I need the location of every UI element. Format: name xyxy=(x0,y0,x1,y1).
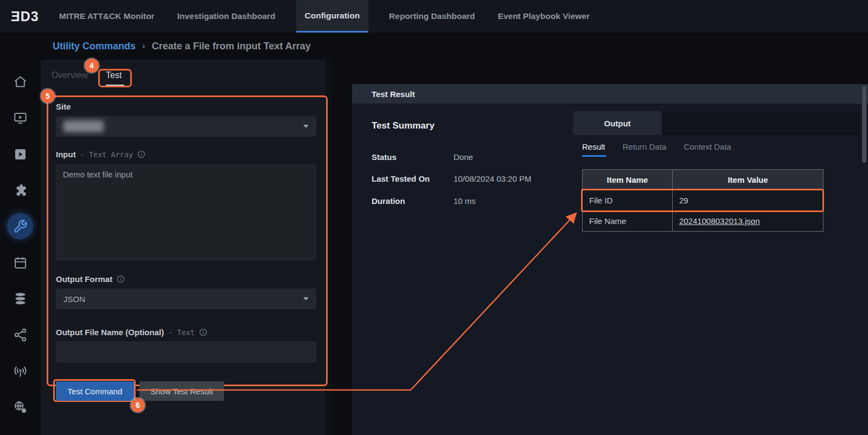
result-table: Item Name Item Value File ID 29 File Nam… xyxy=(582,169,824,232)
globe-user-icon xyxy=(13,400,28,414)
show-test-result-button[interactable]: Show Test Result xyxy=(139,381,224,401)
breadcrumb: Utility Commands › Create a File from in… xyxy=(41,33,311,60)
d3-logo[interactable]: ƎD3 xyxy=(0,0,57,33)
input-label: Input - Text Array xyxy=(56,150,145,159)
annotation-step-5-badge: 5 xyxy=(41,89,55,103)
duration-value: 10 ms xyxy=(454,196,476,206)
table-header-row: Item Name Item Value xyxy=(583,170,824,190)
annotation-step-4-badge: 4 xyxy=(85,59,99,73)
page-title: Create a File from input Text Array xyxy=(152,41,311,52)
sidebar-item-data[interactable] xyxy=(13,291,28,306)
table-row-file-id: File ID 29 xyxy=(583,190,824,211)
home-icon xyxy=(13,74,28,89)
top-nav: ƎD3 MITRE ATT&CK Monitor Investigation D… xyxy=(0,0,868,33)
last-tested-label: Last Tested On xyxy=(372,174,430,183)
col-item-value: Item Value xyxy=(673,170,824,190)
status-value: Done xyxy=(454,152,473,162)
sidebar-item-home[interactable] xyxy=(13,74,28,89)
file-name-name-cell: File Name xyxy=(583,211,673,232)
tab-output[interactable]: Output xyxy=(573,111,662,135)
sidebar-item-utility-commands[interactable] xyxy=(13,219,28,234)
output-format-dropdown[interactable]: JSON xyxy=(56,289,316,309)
chevron-down-icon xyxy=(303,297,309,300)
video-library-icon xyxy=(13,147,28,162)
share-nodes-icon xyxy=(13,328,28,342)
test-command-button[interactable]: Test Command xyxy=(56,381,134,401)
info-icon[interactable] xyxy=(117,275,125,283)
info-icon[interactable] xyxy=(137,150,145,158)
subtab-context-data[interactable]: Context Data xyxy=(684,142,731,151)
site-value-redacted xyxy=(63,120,104,132)
nav-investigation-dashboard[interactable]: Investigation Dashboard xyxy=(175,0,278,33)
breadcrumb-utility-commands[interactable]: Utility Commands xyxy=(53,41,136,52)
app-root: ƎD3 MITRE ATT&CK Monitor Investigation D… xyxy=(0,0,868,435)
output-file-name-label: Output File Name (Optional) - Text xyxy=(56,328,207,337)
annotation-step-6-badge: 6 xyxy=(131,398,145,412)
chevron-down-icon xyxy=(303,125,309,128)
sidebar-item-video-library[interactable] xyxy=(13,147,28,162)
sidebar-item-geo[interactable] xyxy=(13,400,28,414)
wrench-tools-icon xyxy=(13,219,28,234)
monitor-play-icon xyxy=(13,111,28,125)
left-panel-scrollbar[interactable] xyxy=(326,60,331,435)
output-format-value: JSON xyxy=(63,295,85,304)
result-subtabs: Result Return Data Context Data xyxy=(582,142,731,151)
icon-sidebar xyxy=(0,33,41,435)
duration-label: Duration xyxy=(372,196,405,206)
nav-event-playbook-viewer[interactable]: Event Playbook Viewer xyxy=(496,0,592,33)
tab-test[interactable]: Test xyxy=(106,71,122,80)
file-name-type-hint: - Text xyxy=(168,328,195,337)
subtab-result-active-indicator xyxy=(582,155,606,157)
test-result-panel xyxy=(352,84,868,435)
test-result-header: Test Result xyxy=(352,84,868,104)
sidebar-item-connections[interactable] xyxy=(13,328,28,342)
table-row-file-name: File Name 20241008032013.json xyxy=(583,211,824,232)
file-id-value-cell: 29 xyxy=(673,190,824,211)
file-id-name-cell: File ID xyxy=(583,190,673,211)
nav-mitre-attack-monitor[interactable]: MITRE ATT&CK Monitor xyxy=(57,0,157,33)
site-dropdown[interactable] xyxy=(56,116,316,137)
input-textarea[interactable]: Demo text file input xyxy=(56,164,316,260)
sidebar-item-schedule[interactable] xyxy=(13,255,28,270)
tab-test-active-indicator xyxy=(106,85,124,86)
subtab-return-data[interactable]: Return Data xyxy=(623,142,667,151)
last-tested-value: 10/08/2024 03:20 PM xyxy=(454,174,531,183)
breadcrumb-separator: › xyxy=(142,41,145,52)
database-stack-icon xyxy=(13,291,28,306)
col-item-name: Item Name xyxy=(583,170,673,190)
right-panel-scrollbar[interactable] xyxy=(862,86,866,163)
broadcast-icon xyxy=(13,364,28,379)
file-name-link[interactable]: 20241008032013.json xyxy=(679,216,760,226)
top-nav-items: MITRE ATT&CK Monitor Investigation Dashb… xyxy=(57,0,592,33)
test-summary-title: Test Summary xyxy=(372,120,435,131)
puzzle-icon xyxy=(13,183,28,197)
sidebar-item-monitor[interactable] xyxy=(13,111,28,125)
sidebar-item-integrations[interactable] xyxy=(13,183,28,197)
nav-reporting-dashboard[interactable]: Reporting Dashboard xyxy=(387,0,477,33)
info-icon[interactable] xyxy=(199,328,207,336)
site-label: Site xyxy=(56,102,71,111)
input-type-hint: - Text Array xyxy=(80,150,133,159)
output-file-name-input[interactable] xyxy=(56,342,316,362)
subtab-result[interactable]: Result xyxy=(582,142,605,151)
sidebar-item-broadcast[interactable] xyxy=(13,364,28,379)
tab-overview[interactable]: Overview xyxy=(52,71,88,80)
status-label: Status xyxy=(372,152,397,162)
nav-configuration[interactable]: Configuration xyxy=(296,0,369,33)
calendar-icon xyxy=(13,255,28,270)
output-format-label: Output Format xyxy=(56,274,125,284)
